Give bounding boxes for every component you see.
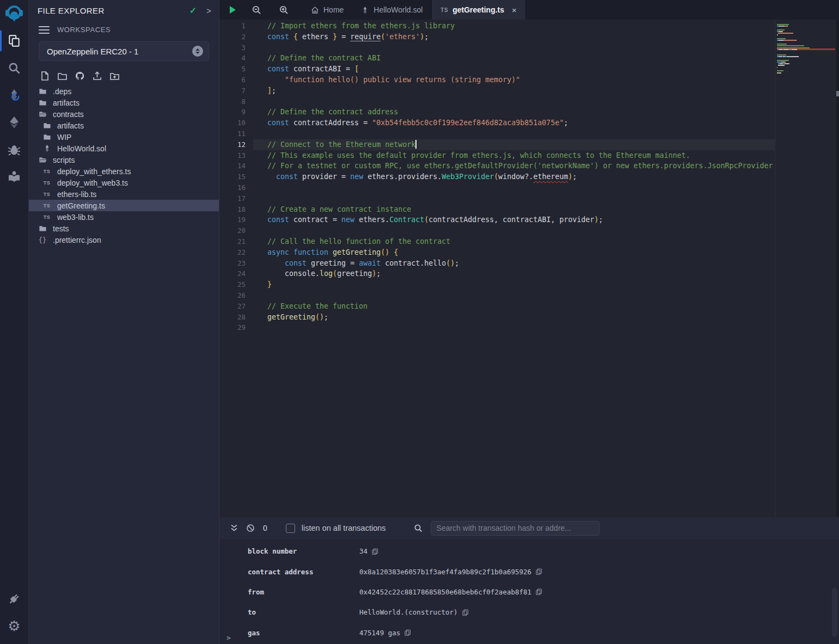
new-file-icon[interactable] (40, 71, 50, 81)
code-line-4[interactable]: // Define the contract ABI (267, 53, 775, 64)
editor-tabbar: Home HelloWorld.sol TS getGreeting.ts × (219, 0, 839, 20)
folder-icon (38, 87, 47, 95)
workspace-select[interactable]: OpenZeppelin ERC20 - 1 (39, 41, 209, 61)
code-line-16[interactable] (267, 182, 775, 193)
plugin-manager-icon[interactable] (0, 586, 29, 611)
tree-item-helloworld-sol[interactable]: HelloWorld.sol (29, 143, 219, 154)
panel-chevron-icon[interactable]: > (206, 6, 211, 15)
copy-icon[interactable] (405, 629, 411, 636)
copy-icon[interactable] (462, 609, 469, 616)
code-line-3[interactable] (267, 42, 775, 53)
tree-item-ethers-lib-ts[interactable]: TSethers-lib.ts (29, 188, 219, 200)
deploy-run-icon[interactable] (0, 110, 29, 135)
settings-icon[interactable]: ⚙ (0, 614, 29, 639)
solidity-icon (42, 144, 52, 152)
code-line-7[interactable]: ]; (267, 85, 775, 96)
code-line-2[interactable]: const { ethers } = require('ethers'); (267, 32, 775, 42)
editor-scrollbar[interactable] (836, 20, 839, 517)
file-tree: .depsartifactscontractsartifactsWIPHello… (29, 85, 219, 246)
code-line-9[interactable]: // Define the contract address (267, 107, 775, 118)
debugger-icon[interactable] (0, 137, 29, 162)
tree-item-tests[interactable]: tests (29, 223, 219, 234)
close-tab-icon[interactable]: × (512, 5, 517, 15)
tx-value: 34 (359, 547, 368, 555)
zoom-in-button[interactable] (274, 0, 293, 20)
code-editor[interactable]: 1234567891011121314151617181920212223242… (219, 20, 839, 517)
code-content[interactable]: // Import ethers from the ethers.js libr… (253, 20, 775, 517)
code-line-24[interactable]: console.log(greeting); (267, 268, 775, 279)
zoom-out-button[interactable] (247, 0, 266, 20)
search-icon[interactable] (0, 56, 29, 81)
code-line-27[interactable]: // Execute the function (267, 301, 775, 312)
code-line-28[interactable]: getGreeting(); (267, 312, 775, 323)
learneth-icon[interactable] (0, 164, 29, 189)
code-line-25[interactable]: } (267, 279, 775, 290)
minimap[interactable] (775, 20, 836, 517)
remix-logo-icon[interactable] (2, 2, 26, 26)
github-icon[interactable] (75, 71, 85, 81)
tab-home[interactable]: Home (302, 0, 352, 20)
tree-item--prettierrc-json[interactable]: {}.prettierrc.json (29, 234, 219, 246)
code-line-23[interactable]: const greeting = await contract.hello(); (267, 258, 775, 269)
terminal-clear-icon[interactable] (242, 524, 259, 532)
tree-item-label: WIP (57, 133, 71, 142)
code-line-18[interactable]: // Create a new contract instance (267, 204, 775, 215)
terminal-collapse-icon[interactable] (226, 524, 242, 532)
code-line-10[interactable]: const contractAddress = "0xb54febb5c0c0f… (267, 118, 775, 128)
tree-item-scripts[interactable]: scripts (29, 154, 219, 165)
tree-item-getgreeting-ts[interactable]: TSgetGreeting.ts (29, 200, 219, 211)
terminal-search-input[interactable] (431, 521, 599, 536)
code-line-26[interactable] (267, 290, 775, 301)
panel-title: FILE EXPLORER (38, 6, 105, 15)
upload-folder-icon[interactable] (109, 71, 120, 81)
line-numbers: 1234567891011121314151617181920212223242… (219, 20, 253, 517)
tree-item-contracts[interactable]: contracts (29, 108, 219, 120)
tx-label: gas (248, 629, 359, 637)
code-line-12[interactable]: // Connect to the Ethereum network (253, 139, 775, 150)
file-explorer-icon[interactable] (0, 28, 29, 53)
code-line-22[interactable]: async function getGreeting() { (267, 247, 775, 258)
code-line-8[interactable] (267, 96, 775, 107)
ts-icon: TS (42, 180, 52, 186)
new-folder-icon[interactable] (57, 71, 68, 81)
copy-icon[interactable] (536, 588, 542, 595)
copy-icon[interactable] (536, 568, 542, 575)
code-line-29[interactable] (267, 322, 775, 333)
tx-row-to: toHelloWorld.(constructor) (219, 602, 839, 622)
tree-item-label: .prettierrc.json (53, 236, 101, 244)
code-line-6[interactable]: "function hello() public view returns (s… (267, 75, 775, 85)
run-script-button[interactable] (223, 0, 242, 20)
editor-scrollbar-thumb[interactable] (836, 91, 839, 96)
workspace-menu-icon[interactable] (39, 26, 50, 34)
terminal: 0 listen on all transactions block numbe… (219, 517, 839, 644)
upload-file-icon[interactable] (92, 71, 102, 81)
workspace-stepper-icon[interactable] (192, 46, 203, 57)
code-line-19[interactable]: const contract = new ethers.Contract(con… (267, 214, 775, 225)
code-line-14[interactable]: // For a testnet or custom RPC, use ethe… (267, 161, 775, 171)
tx-row-block-number: block number34 (219, 541, 839, 561)
tab-getgreeting-ts[interactable]: TS getGreeting.ts × (431, 0, 525, 20)
tree-item-artifacts[interactable]: artifacts (29, 120, 219, 131)
tree-item-wip[interactable]: WIP (29, 131, 219, 143)
code-line-11[interactable] (267, 128, 775, 139)
terminal-prompt[interactable]: > (226, 634, 231, 642)
tree-item-deploy-with-web3-ts[interactable]: TSdeploy_with_web3.ts (29, 177, 219, 188)
code-line-1[interactable]: // Import ethers from the ethers.js libr… (267, 21, 775, 32)
ts-icon: TS (440, 7, 448, 13)
tab-helloworld-sol[interactable]: HelloWorld.sol (352, 0, 431, 20)
copy-icon[interactable] (372, 548, 378, 555)
tree-item-artifacts[interactable]: artifacts (29, 97, 219, 108)
code-line-13[interactable]: // This example uses the default provide… (267, 150, 775, 161)
code-line-17[interactable] (267, 193, 775, 204)
solidity-compiler-icon[interactable] (0, 83, 29, 108)
code-line-15[interactable]: const provider = new ethers.providers.We… (267, 171, 775, 182)
workspace-name: OpenZeppelin ERC20 - 1 (47, 47, 192, 56)
listen-all-checkbox[interactable] (286, 524, 295, 533)
code-line-5[interactable]: const contractABI = [ (267, 64, 775, 75)
terminal-scrollbar-thumb[interactable] (832, 588, 837, 637)
tree-item-web3-lib-ts[interactable]: TSweb3-lib.ts (29, 211, 219, 223)
tree-item-deploy-with-ethers-ts[interactable]: TSdeploy_with_ethers.ts (29, 165, 219, 177)
code-line-20[interactable] (267, 225, 775, 236)
code-line-21[interactable]: // Call the hello function of the contra… (267, 236, 775, 247)
tree-item--deps[interactable]: .deps (29, 85, 219, 97)
